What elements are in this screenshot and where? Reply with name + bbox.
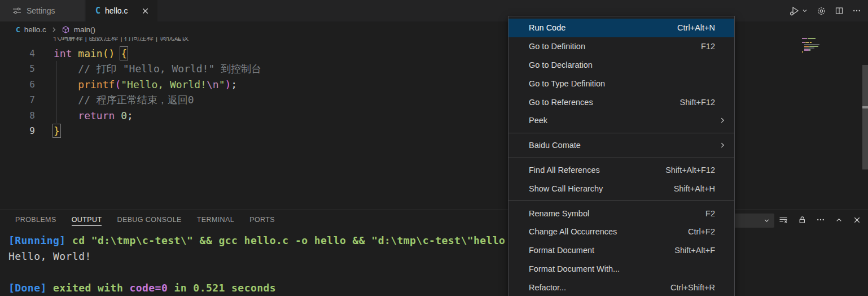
close-icon[interactable]	[853, 216, 861, 224]
panel-tab-ports[interactable]: PORTS	[246, 210, 278, 229]
menu-item-label: Rename Symbol	[529, 209, 705, 218]
menu-item-format-document[interactable]: Format DocumentShift+Alt+F	[508, 241, 734, 260]
line-number: 4	[0, 46, 35, 62]
codelens-links[interactable]: 代码解释 | 函数注释 | 行间注释 | 调优建议	[0, 37, 261, 46]
menu-item-shortcut: F2	[705, 209, 715, 218]
minimap-line	[804, 46, 829, 47]
menu-item-find-all-references[interactable]: Find All ReferencesShift+Alt+F12	[508, 161, 734, 180]
symbol-cube-icon	[62, 25, 70, 34]
gear-icon[interactable]	[817, 6, 826, 16]
menu-item-shortcut: Shift+F12	[680, 98, 715, 107]
editor-actions	[789, 0, 861, 21]
menu-item-go-to-definition[interactable]: Go to DefinitionF12	[508, 37, 734, 56]
menu-separator	[508, 201, 734, 201]
menu-item-shortcut: Ctrl+Shift+R	[670, 283, 715, 292]
code-editor: 代码解释 | 函数注释 | 行间注释 | 调优建议 4int main() {5…	[0, 37, 868, 210]
panel-tab-output[interactable]: OUTPUT	[68, 210, 106, 229]
breadcrumb-file[interactable]: hello.c	[24, 25, 46, 34]
run-or-debug-button[interactable]	[789, 5, 808, 16]
menu-item-label: Run Code	[529, 23, 677, 32]
menu-item-label: Show Call Hierarchy	[529, 184, 674, 193]
menu-item-label: Go to References	[529, 98, 680, 107]
code-text: // 打印 "Hello, World!" 到控制台	[54, 61, 261, 77]
minimap-line	[802, 51, 829, 53]
minimap-line	[802, 38, 829, 39]
unlock-icon[interactable]	[797, 215, 806, 224]
menu-item-label: Peek	[529, 116, 718, 125]
line-number: 8	[0, 108, 35, 124]
menu-item-run-code[interactable]: Run CodeCtrl+Alt+N	[508, 19, 734, 37]
ellipsis-icon[interactable]	[852, 6, 861, 15]
submenu-chevron-icon	[718, 116, 726, 124]
menu-item-rename-symbol[interactable]: Rename SymbolF2	[508, 204, 734, 223]
clear-output-icon[interactable]	[779, 215, 788, 224]
line-number: 5	[0, 61, 35, 77]
line-number: 9	[0, 123, 35, 139]
settings-sliders-icon	[12, 6, 21, 15]
minimap-line	[804, 49, 829, 50]
submenu-chevron-icon	[718, 141, 726, 149]
tab-label: Settings	[27, 6, 55, 15]
c-file-icon: C	[16, 26, 20, 33]
menu-item-go-to-type-definition[interactable]: Go to Type Definition	[508, 74, 734, 93]
menu-item-label: Go to Type Definition	[529, 79, 723, 88]
menu-item-refactor[interactable]: Refactor...Ctrl+Shift+R	[508, 278, 734, 296]
menu-item-shortcut: Ctrl+F2	[688, 227, 715, 236]
menu-item-show-call-hierarchy[interactable]: Show Call HierarchyShift+Alt+H	[508, 179, 734, 198]
menu-item-go-to-declaration[interactable]: Go to Declaration	[508, 56, 734, 75]
line-number: 7	[0, 92, 35, 108]
c-file-icon: C	[95, 7, 100, 15]
menu-item-shortcut: Shift+Alt+F12	[665, 166, 715, 175]
code-line: 9}	[0, 123, 261, 139]
menu-separator	[508, 133, 734, 133]
minimap-line	[804, 47, 829, 49]
code-text: // 程序正常结束，返回0	[54, 92, 194, 108]
scrollbar-decoration	[862, 106, 868, 108]
chevron-down-icon	[801, 7, 808, 14]
bottom-panel: PROBLEMSOUTPUTDEBUG CONSOLETERMINALPORTS	[0, 210, 868, 296]
scrollbar-thumb[interactable]	[862, 65, 868, 169]
tab-label: hello.c	[105, 6, 128, 15]
menu-item-label: Baidu Comate	[529, 141, 718, 150]
chevron-up-icon[interactable]	[835, 216, 843, 224]
code-line: 7 // 程序正常结束，返回0	[0, 92, 261, 108]
menu-item-shortcut: Ctrl+Alt+N	[677, 23, 715, 32]
menu-item-shortcut: Shift+Alt+H	[674, 184, 715, 193]
panel-tabs: PROBLEMSOUTPUTDEBUG CONSOLETERMINALPORTS	[12, 210, 287, 229]
panel-tab-debug-console[interactable]: DEBUG CONSOLE	[113, 210, 185, 229]
code-rows: 代码解释 | 函数注释 | 行间注释 | 调优建议 4int main() {5…	[0, 37, 261, 139]
close-icon[interactable]	[141, 7, 150, 15]
menu-item-format-document-with[interactable]: Format Document With...	[508, 260, 734, 278]
menu-item-change-all-occurrences[interactable]: Change All OccurrencesCtrl+F2	[508, 223, 734, 241]
menu-item-label: Find All References	[529, 166, 665, 175]
code-line: 5 // 打印 "Hello, World!" 到控制台	[0, 61, 261, 77]
minimap[interactable]	[802, 38, 829, 53]
editor-tab-bar: Settings C hello.c	[0, 0, 868, 21]
menu-item-label: Format Document	[529, 246, 674, 255]
code-text: int main() {	[54, 46, 127, 62]
menu-item-shortcut: Shift+Alt+F	[674, 246, 715, 255]
code-line: 4int main() {	[0, 46, 261, 62]
code-text: return 0;	[54, 108, 133, 124]
menu-item-peek[interactable]: Peek	[508, 111, 734, 130]
breadcrumb-symbol[interactable]: main()	[74, 25, 95, 34]
menu-item-label: Refactor...	[529, 283, 670, 292]
run-or-debug-icon	[789, 5, 800, 16]
tab-settings[interactable]: Settings	[0, 0, 85, 21]
ellipsis-icon[interactable]	[816, 215, 825, 224]
chevron-down-icon	[763, 217, 770, 224]
menu-item-label: Go to Declaration	[529, 60, 723, 69]
menu-item-shortcut: F12	[701, 42, 715, 51]
panel-tab-terminal[interactable]: TERMINAL	[194, 210, 238, 229]
code-text: }	[54, 123, 60, 139]
chevron-right-icon	[50, 26, 58, 33]
menu-item-go-to-references[interactable]: Go to ReferencesShift+F12	[508, 93, 734, 111]
code-line: 6 printf("Hello, World!\n");	[0, 77, 261, 93]
breadcrumb: C hello.c main()	[0, 21, 868, 37]
editor-scrollbar[interactable]	[862, 37, 868, 210]
tab-hello-c[interactable]: C hello.c	[86, 0, 157, 21]
panel-tab-problems[interactable]: PROBLEMS	[12, 210, 60, 229]
split-editor-icon[interactable]	[835, 6, 844, 15]
panel-header: PROBLEMSOUTPUTDEBUG CONSOLETERMINALPORTS	[0, 210, 868, 229]
menu-item-baidu-comate[interactable]: Baidu Comate	[508, 136, 734, 155]
